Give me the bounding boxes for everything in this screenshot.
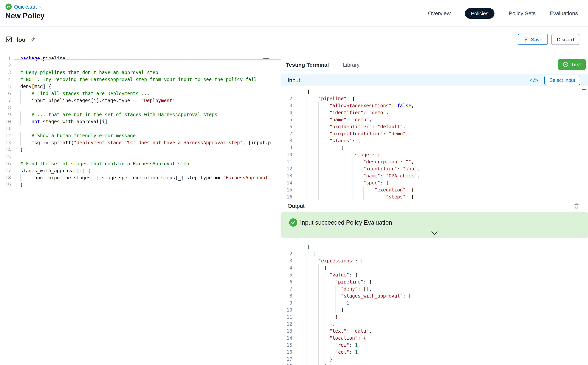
input-json-editor[interactable]: 12345678910111213141516 {"pipeline": {"a…	[280, 86, 588, 200]
test-label: Test	[571, 62, 581, 67]
save-button[interactable]: Save	[518, 34, 548, 45]
discard-label: Discard	[557, 36, 574, 42]
clear-output-button[interactable]	[573, 202, 580, 210]
code-lines[interactable]: {"pipeline": {"allowStageExecutions": fa…	[297, 88, 588, 200]
select-input-button[interactable]: Select Input	[544, 76, 580, 85]
code-view-icon[interactable]: </>	[530, 77, 538, 83]
overview-ruler-dash	[263, 58, 269, 59]
banner-message: Input succeeded Policy Evaluation	[300, 219, 392, 226]
upload-icon	[524, 37, 529, 42]
code-lines: [{"expressions": [{"value": {"pipeline":…	[297, 243, 588, 365]
input-section-title: Input	[287, 77, 300, 83]
trash-icon	[574, 203, 579, 209]
page-header: Quickstart › New Policy Overview Policie…	[0, 0, 588, 27]
output-section-title: Output	[287, 203, 305, 209]
policy-name-group: foo	[6, 36, 36, 43]
output-section-header: Output	[280, 200, 588, 212]
breadcrumb-project-link[interactable]: Quickstart	[14, 4, 37, 10]
line-number-gutter: 12345678910111213141516	[280, 88, 297, 200]
chevron-right-icon: ›	[39, 4, 41, 10]
code-lines[interactable]: package pipeline# Deny pipelines that do…	[14, 55, 280, 365]
scrollbar-thumb[interactable]	[582, 89, 587, 90]
input-section-header: Input </> Select Input	[280, 74, 588, 86]
policy-code-editor[interactable]: 12345678910111213141516171819 package pi…	[0, 52, 280, 365]
tab-policies[interactable]: Policies	[465, 8, 495, 19]
test-button[interactable]: Test	[558, 59, 586, 70]
breadcrumb: Quickstart ›	[6, 4, 41, 10]
policy-toolbar: foo Save Discard	[0, 27, 588, 52]
toolbar-actions: Save Discard	[518, 34, 579, 45]
panel-tabs: Testing Terminal Library Test	[280, 58, 588, 71]
output-json-editor: 123456789101112131415161718 [{"expressio…	[280, 241, 588, 365]
input-header-controls: </> Select Input	[530, 76, 580, 85]
policy-name: foo	[16, 36, 26, 43]
edit-name-button[interactable]	[29, 36, 36, 43]
chevron-down-icon[interactable]	[430, 230, 438, 237]
pencil-icon	[30, 37, 36, 42]
discard-button[interactable]: Discard	[551, 34, 579, 45]
line-number-gutter: 123456789101112131415161718	[280, 243, 297, 365]
page-title: New Policy	[6, 12, 45, 20]
policy-icon	[6, 36, 13, 43]
check-circle-icon	[289, 218, 297, 227]
evaluation-success-banner[interactable]: Input succeeded Policy Evaluation	[280, 212, 588, 238]
save-label: Save	[531, 36, 542, 42]
module-tabs: Overview Policies Policy Sets Evaluation…	[428, 0, 578, 27]
line-number-gutter: 12345678910111213141516171819	[0, 55, 14, 365]
tab-overview[interactable]: Overview	[428, 10, 451, 16]
project-icon	[6, 4, 12, 10]
tab-evaluations[interactable]: Evaluations	[550, 10, 578, 16]
tab-policy-sets[interactable]: Policy Sets	[509, 10, 536, 16]
testing-panel: Testing Terminal Library Test Input </> …	[280, 52, 588, 365]
app-root: Quickstart › New Policy Overview Policie…	[0, 0, 588, 365]
play-circle-icon	[563, 62, 568, 67]
tab-library[interactable]: Library	[341, 62, 361, 71]
tab-testing-terminal[interactable]: Testing Terminal	[284, 62, 330, 71]
